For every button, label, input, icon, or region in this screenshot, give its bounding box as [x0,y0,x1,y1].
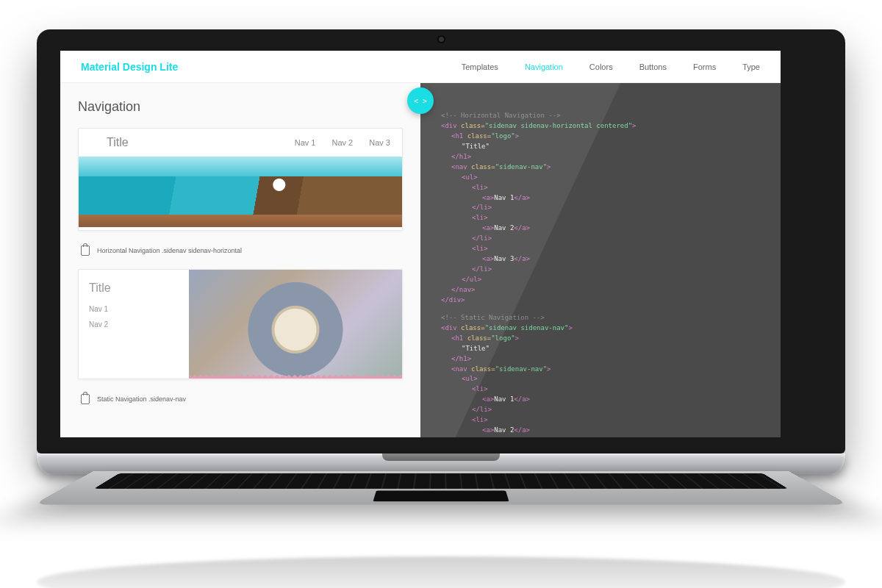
nav-templates[interactable]: Templates [462,62,498,71]
preview-panel: Navigation Title Nav 1 Nav 2 Nav 3 [60,83,420,437]
card-b-sidebar: Title Nav 1 Nav 2 [79,270,189,379]
card-b-link-1[interactable]: Nav 1 [89,305,179,313]
laptop-mockup: Material Design Lite Templates Navigatio… [37,29,845,588]
card-a-link-1[interactable]: Nav 1 [295,138,316,147]
code-toggle-fab[interactable]: < > [407,87,434,114]
code-block-2: <!-- Static Navigation --> <div class="s… [441,313,766,437]
card-b-caption: Static Navigation .sidenav-nav [97,395,186,403]
card-b-title: Title [89,282,179,295]
nav-forms[interactable]: Forms [693,62,716,71]
card-b-link-2[interactable]: Nav 2 [89,320,179,329]
section-title: Navigation [78,99,403,115]
code-panel: <!-- Horizontal Navigation --> <div clas… [420,83,781,437]
content-split: Navigation Title Nav 1 Nav 2 Nav 3 [60,83,781,437]
topbar: Material Design Lite Templates Navigatio… [60,51,781,83]
clipboard-icon[interactable] [81,245,90,256]
nav-type[interactable]: Type [742,62,760,71]
nav-colors[interactable]: Colors [589,62,613,71]
card-a-caption: Horizontal Navigation .sidenav sidenav-h… [97,247,242,254]
card-a-link-2[interactable]: Nav 2 [332,138,354,147]
zigzag-divider-pink [189,373,402,379]
screen-bezel: Material Design Lite Templates Navigatio… [37,29,845,453]
keyboard [33,471,848,505]
card-a-title: Title [107,136,129,149]
webcam-icon [439,37,444,42]
screen: Material Design Lite Templates Navigatio… [60,51,781,437]
brand-title[interactable]: Material Design Lite [81,61,178,73]
static-nav-card: Title Nav 1 Nav 2 [78,269,403,379]
card-b-image [189,270,402,379]
card-a-link-3[interactable]: Nav 3 [369,138,390,147]
clipboard-icon[interactable] [81,394,90,404]
card-a-image [79,157,402,227]
card-b-caption-row: Static Navigation .sidenav-nav [78,387,403,417]
card-a-caption-row: Horizontal Navigation .sidenav sidenav-h… [78,238,403,269]
horizontal-nav-card: Title Nav 1 Nav 2 Nav 3 [78,128,403,231]
code-block-1: <!-- Horizontal Navigation --> <div clas… [441,111,766,306]
reflection [37,556,845,588]
keyboard-deck [37,471,845,552]
card-a-header: Title Nav 1 Nav 2 Nav 3 [79,129,402,157]
top-nav: Templates Navigation Colors Buttons Form… [462,62,760,71]
nav-navigation[interactable]: Navigation [525,62,563,71]
nav-buttons[interactable]: Buttons [639,62,667,71]
